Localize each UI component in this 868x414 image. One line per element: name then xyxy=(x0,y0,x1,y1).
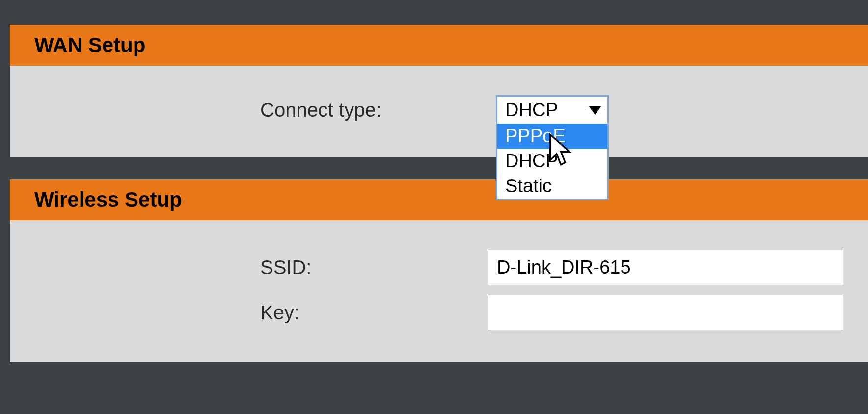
connect-type-select-wrapper: DHCP PPPoE DHCP Static xyxy=(496,95,609,125)
wan-setup-section: WAN Setup Connect type: DHCP PPPoE DHCP … xyxy=(10,25,868,157)
key-label: Key: xyxy=(34,302,488,324)
wireless-setup-title: Wireless Setup xyxy=(34,188,182,211)
ssid-row: SSID: xyxy=(34,250,843,285)
wireless-setup-header: Wireless Setup xyxy=(10,179,868,220)
connect-type-option-pppoe[interactable]: PPPoE xyxy=(497,124,607,149)
wireless-setup-section: Wireless Setup SSID: Key: xyxy=(10,179,868,362)
connect-type-label: Connect type: xyxy=(34,99,496,121)
wireless-setup-body: SSID: Key: xyxy=(10,220,868,362)
key-input[interactable] xyxy=(488,295,843,330)
ssid-input[interactable] xyxy=(488,250,843,285)
connect-type-value: DHCP xyxy=(505,100,558,120)
wan-setup-title: WAN Setup xyxy=(34,33,145,56)
connect-type-select[interactable]: DHCP xyxy=(496,95,609,125)
connect-type-dropdown: PPPoE DHCP Static xyxy=(496,124,609,200)
connect-type-option-static[interactable]: Static xyxy=(497,174,607,199)
wan-setup-header: WAN Setup xyxy=(10,25,868,66)
ssid-label: SSID: xyxy=(34,257,488,279)
key-row: Key: xyxy=(34,295,843,330)
connect-type-option-dhcp[interactable]: DHCP xyxy=(497,149,607,174)
connect-type-row: Connect type: DHCP PPPoE DHCP Static xyxy=(34,95,843,125)
wan-setup-body: Connect type: DHCP PPPoE DHCP Static xyxy=(10,66,868,157)
chevron-down-icon xyxy=(589,106,601,115)
